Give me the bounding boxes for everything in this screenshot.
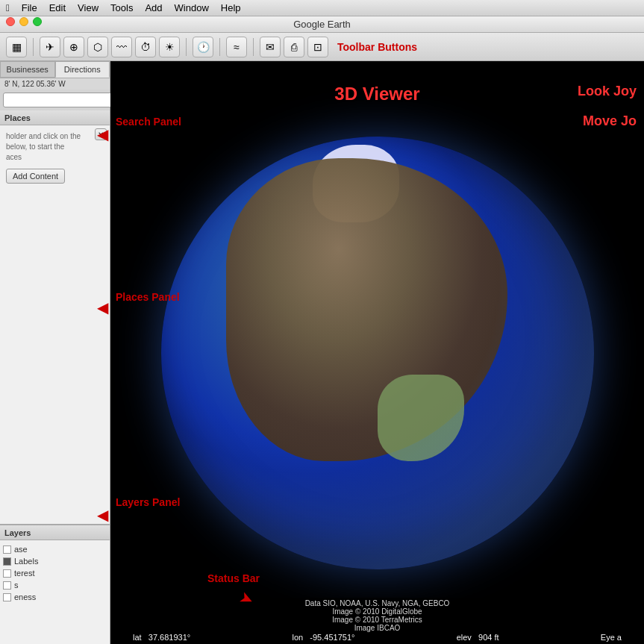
viewer-annotation-label: 3D Viewer bbox=[334, 84, 419, 104]
globe-container bbox=[110, 61, 644, 644]
move-joystick-label: Move Jo bbox=[583, 113, 637, 129]
window-controls bbox=[6, 17, 42, 26]
window-title: Google Earth bbox=[293, 19, 351, 30]
lon-label: lon -95.451751° bbox=[292, 633, 354, 642]
layer-label-eness: eness bbox=[14, 593, 36, 601]
toolbar-annotation-label: Toolbar Buttons bbox=[337, 41, 417, 53]
toolbar-sep-2 bbox=[186, 38, 187, 56]
title-bar: Google Earth bbox=[0, 16, 644, 33]
status-bar: Data SIO, NOAA, U.S. Navy, NGA, GEBCO Im… bbox=[110, 598, 644, 644]
lat-label: lat 37.681931° bbox=[133, 633, 190, 642]
list-item: eness bbox=[3, 591, 107, 603]
menu-help[interactable]: Help bbox=[221, 2, 241, 13]
historical-button[interactable]: 🕐 bbox=[193, 37, 213, 57]
status-data-line1: Data SIO, NOAA, U.S. Navy, NGA, GEBCO bbox=[118, 599, 637, 607]
menu-edit[interactable]: Edit bbox=[49, 2, 66, 13]
viewer-area[interactable]: 3D Viewer Look Joy Move Jo Data SIO, NOA… bbox=[110, 61, 644, 644]
status-bar-coords: lat 37.681931° lon -95.451751° elev 904 … bbox=[118, 632, 637, 643]
tab-directions[interactable]: Directions bbox=[55, 61, 110, 78]
eye-label: Eye a bbox=[601, 633, 622, 642]
elev-label: elev 904 ft bbox=[457, 633, 499, 642]
status-data-line2: Image © 2010 DigitalGlobe bbox=[118, 607, 637, 616]
list-item: s bbox=[3, 579, 107, 591]
globe bbox=[161, 137, 594, 569]
menu-add[interactable]: Add bbox=[145, 2, 162, 13]
search-input-row: ▼ 🔍 bbox=[0, 90, 110, 110]
layer-label-terest: terest bbox=[14, 569, 35, 578]
toolbar-sep-4 bbox=[253, 38, 254, 56]
layer-checkbox-labels[interactable] bbox=[3, 557, 11, 566]
toggle-sidebar-button[interactable]: ▦ bbox=[6, 37, 27, 57]
coords-display: 8' N, 122 05.36' W bbox=[0, 78, 110, 90]
record-button[interactable]: ⏱ bbox=[135, 37, 156, 57]
layer-checkbox-eness[interactable] bbox=[3, 593, 11, 601]
layer-label-labels: Labels bbox=[14, 557, 38, 566]
ocean-button[interactable]: ≈ bbox=[226, 37, 247, 57]
main-layout: Businesses Directions 8' N, 122 05.36' W… bbox=[0, 61, 644, 644]
search-section: Businesses Directions 8' N, 122 05.36' W… bbox=[0, 61, 110, 110]
places-header: Places bbox=[0, 110, 110, 125]
status-data-line4: Image IBCAO bbox=[118, 624, 637, 632]
list-item: terest bbox=[3, 567, 107, 579]
layer-checkbox-s[interactable] bbox=[3, 581, 11, 590]
places-close-button[interactable]: ✕ bbox=[95, 128, 107, 140]
maximize-button[interactable] bbox=[33, 17, 42, 26]
places-instruction: holder and click on the below, to start … bbox=[6, 131, 104, 152]
add-content-button[interactable]: Add Content bbox=[6, 169, 65, 184]
add-placemark-button[interactable]: ⊕ bbox=[63, 37, 84, 57]
left-panel: Businesses Directions 8' N, 122 05.36' W… bbox=[0, 61, 110, 644]
menu-bar:  File Edit View Tools Add Window Help bbox=[0, 0, 644, 16]
look-joystick-label: Look Joy bbox=[578, 84, 637, 99]
layer-checkbox-terest[interactable] bbox=[3, 569, 11, 578]
layers-header: Layers bbox=[0, 525, 110, 540]
menu-view[interactable]: View bbox=[78, 2, 99, 13]
places-content: holder and click on the below, to start … bbox=[3, 128, 107, 166]
places-section: Places ✕ holder and click on the below, … bbox=[0, 110, 110, 525]
tab-businesses[interactable]: Businesses bbox=[0, 61, 55, 78]
toolbar-sep-1 bbox=[33, 38, 34, 56]
layer-label-s: s bbox=[14, 581, 19, 590]
add-path-button[interactable]: 〰 bbox=[111, 37, 132, 57]
layer-checkbox-ase[interactable] bbox=[3, 545, 11, 554]
status-data-line3: Image © 2010 TerraMetrics bbox=[118, 616, 637, 624]
menu-window[interactable]: Window bbox=[175, 2, 209, 13]
menu-apple[interactable]:  bbox=[6, 2, 10, 13]
menu-file[interactable]: File bbox=[22, 2, 37, 13]
toolbar: ▦ ✈ ⊕ ⬡ 〰 ⏱ ☀ 🕐 ≈ ✉ ⎙ ⊡ Toolbar Buttons bbox=[0, 33, 644, 61]
fly-to-button[interactable]: ✈ bbox=[40, 37, 60, 57]
list-item: ase bbox=[3, 543, 107, 555]
save-image-button[interactable]: ⊡ bbox=[307, 37, 328, 57]
search-tabs: Businesses Directions bbox=[0, 61, 110, 78]
print-button[interactable]: ⎙ bbox=[284, 37, 304, 57]
layers-section: Layers ase Labels terest bbox=[0, 525, 110, 644]
layer-label-ase: ase bbox=[14, 545, 28, 554]
email-button[interactable]: ✉ bbox=[260, 37, 281, 57]
add-polygon-button[interactable]: ⬡ bbox=[87, 37, 108, 57]
sun-button[interactable]: ☀ bbox=[159, 37, 180, 57]
central-america bbox=[378, 375, 464, 461]
north-america bbox=[226, 158, 507, 461]
toolbar-sep-3 bbox=[219, 38, 220, 56]
places-text: aces bbox=[6, 152, 104, 163]
layers-list: ase Labels terest s bbox=[0, 540, 110, 644]
list-item: Labels bbox=[3, 555, 107, 567]
menu-tools[interactable]: Tools bbox=[110, 2, 133, 13]
minimize-button[interactable] bbox=[19, 17, 28, 26]
search-input[interactable] bbox=[3, 93, 113, 107]
close-button[interactable] bbox=[6, 17, 15, 26]
